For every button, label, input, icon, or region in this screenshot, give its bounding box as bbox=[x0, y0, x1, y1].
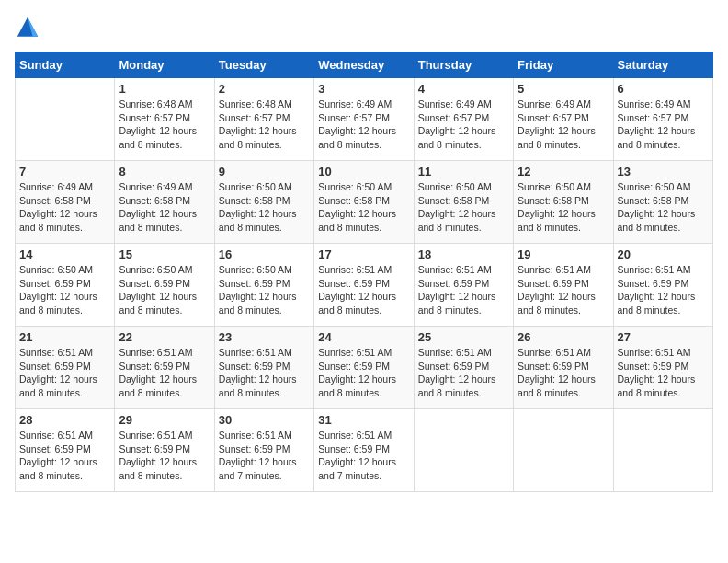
day-detail: Sunrise: 6:51 AM Sunset: 6:59 PM Dayligh… bbox=[318, 429, 409, 483]
day-detail: Sunrise: 6:51 AM Sunset: 6:59 PM Dayligh… bbox=[618, 346, 709, 400]
day-detail: Sunrise: 6:49 AM Sunset: 6:57 PM Dayligh… bbox=[618, 98, 709, 152]
calendar-week-row: 7Sunrise: 6:49 AM Sunset: 6:58 PM Daylig… bbox=[16, 161, 713, 244]
day-number: 13 bbox=[618, 165, 709, 178]
page-header bbox=[15, 15, 713, 40]
day-number: 14 bbox=[19, 247, 110, 261]
day-number: 4 bbox=[418, 82, 509, 96]
calendar-cell: 29Sunrise: 6:51 AM Sunset: 6:59 PM Dayli… bbox=[115, 409, 214, 492]
day-detail: Sunrise: 6:51 AM Sunset: 6:59 PM Dayligh… bbox=[518, 263, 609, 317]
calendar-cell bbox=[16, 78, 115, 161]
day-number: 26 bbox=[518, 330, 609, 344]
column-header-sunday: Sunday bbox=[16, 52, 115, 78]
calendar-cell: 30Sunrise: 6:51 AM Sunset: 6:59 PM Dayli… bbox=[214, 409, 313, 492]
day-number: 27 bbox=[618, 330, 709, 344]
logo-icon bbox=[15, 15, 40, 40]
calendar-cell: 22Sunrise: 6:51 AM Sunset: 6:59 PM Dayli… bbox=[115, 327, 214, 409]
day-number: 11 bbox=[418, 165, 509, 178]
day-number: 16 bbox=[219, 247, 310, 261]
calendar-cell: 9Sunrise: 6:50 AM Sunset: 6:58 PM Daylig… bbox=[214, 161, 313, 244]
day-detail: Sunrise: 6:50 AM Sunset: 6:59 PM Dayligh… bbox=[19, 263, 110, 317]
day-detail: Sunrise: 6:51 AM Sunset: 6:59 PM Dayligh… bbox=[318, 263, 409, 317]
day-detail: Sunrise: 6:51 AM Sunset: 6:59 PM Dayligh… bbox=[119, 429, 210, 483]
day-number: 3 bbox=[318, 82, 409, 96]
column-header-wednesday: Wednesday bbox=[314, 52, 414, 78]
day-number: 8 bbox=[119, 165, 210, 178]
day-detail: Sunrise: 6:49 AM Sunset: 6:57 PM Dayligh… bbox=[418, 98, 509, 152]
logo bbox=[15, 15, 44, 40]
day-number: 17 bbox=[318, 247, 409, 261]
calendar-cell: 31Sunrise: 6:51 AM Sunset: 6:59 PM Dayli… bbox=[314, 409, 414, 492]
day-number: 12 bbox=[518, 165, 609, 178]
calendar-cell: 24Sunrise: 6:51 AM Sunset: 6:59 PM Dayli… bbox=[314, 327, 414, 409]
calendar-cell: 17Sunrise: 6:51 AM Sunset: 6:59 PM Dayli… bbox=[314, 244, 414, 327]
day-number: 31 bbox=[318, 413, 409, 427]
day-number: 6 bbox=[618, 82, 709, 96]
calendar-cell: 21Sunrise: 6:51 AM Sunset: 6:59 PM Dayli… bbox=[16, 327, 115, 409]
day-detail: Sunrise: 6:49 AM Sunset: 6:58 PM Dayligh… bbox=[119, 180, 210, 235]
column-header-friday: Friday bbox=[514, 52, 613, 78]
day-number: 22 bbox=[119, 330, 210, 344]
calendar-cell: 11Sunrise: 6:50 AM Sunset: 6:58 PM Dayli… bbox=[414, 161, 513, 244]
day-detail: Sunrise: 6:50 AM Sunset: 6:58 PM Dayligh… bbox=[518, 180, 609, 235]
day-number: 7 bbox=[19, 165, 110, 178]
day-number: 25 bbox=[418, 330, 509, 344]
calendar-week-row: 14Sunrise: 6:50 AM Sunset: 6:59 PM Dayli… bbox=[16, 244, 713, 327]
calendar-cell: 13Sunrise: 6:50 AM Sunset: 6:58 PM Dayli… bbox=[613, 161, 712, 244]
day-number: 23 bbox=[219, 330, 310, 344]
column-header-monday: Monday bbox=[115, 52, 214, 78]
day-detail: Sunrise: 6:51 AM Sunset: 6:59 PM Dayligh… bbox=[119, 346, 210, 400]
day-number: 21 bbox=[19, 330, 110, 344]
calendar-week-row: 28Sunrise: 6:51 AM Sunset: 6:59 PM Dayli… bbox=[16, 409, 713, 492]
day-detail: Sunrise: 6:50 AM Sunset: 6:58 PM Dayligh… bbox=[219, 180, 310, 235]
calendar-cell: 8Sunrise: 6:49 AM Sunset: 6:58 PM Daylig… bbox=[115, 161, 214, 244]
day-detail: Sunrise: 6:48 AM Sunset: 6:57 PM Dayligh… bbox=[219, 98, 310, 152]
calendar-cell: 20Sunrise: 6:51 AM Sunset: 6:59 PM Dayli… bbox=[613, 244, 712, 327]
day-number: 29 bbox=[119, 413, 210, 427]
day-detail: Sunrise: 6:51 AM Sunset: 6:59 PM Dayligh… bbox=[518, 346, 609, 400]
day-detail: Sunrise: 6:49 AM Sunset: 6:58 PM Dayligh… bbox=[19, 180, 110, 235]
calendar-cell: 14Sunrise: 6:50 AM Sunset: 6:59 PM Dayli… bbox=[16, 244, 115, 327]
day-number: 10 bbox=[318, 165, 409, 178]
day-detail: Sunrise: 6:49 AM Sunset: 6:57 PM Dayligh… bbox=[318, 98, 409, 152]
calendar-header-row: SundayMondayTuesdayWednesdayThursdayFrid… bbox=[16, 52, 713, 78]
day-detail: Sunrise: 6:50 AM Sunset: 6:59 PM Dayligh… bbox=[219, 263, 310, 317]
day-detail: Sunrise: 6:50 AM Sunset: 6:58 PM Dayligh… bbox=[318, 180, 409, 235]
calendar-cell: 28Sunrise: 6:51 AM Sunset: 6:59 PM Dayli… bbox=[16, 409, 115, 492]
calendar-cell: 23Sunrise: 6:51 AM Sunset: 6:59 PM Dayli… bbox=[214, 327, 313, 409]
day-detail: Sunrise: 6:50 AM Sunset: 6:58 PM Dayligh… bbox=[418, 180, 509, 235]
day-number: 20 bbox=[618, 247, 709, 261]
calendar-cell: 3Sunrise: 6:49 AM Sunset: 6:57 PM Daylig… bbox=[314, 78, 414, 161]
calendar-cell: 27Sunrise: 6:51 AM Sunset: 6:59 PM Dayli… bbox=[613, 327, 712, 409]
day-detail: Sunrise: 6:51 AM Sunset: 6:59 PM Dayligh… bbox=[219, 429, 310, 483]
calendar-table: SundayMondayTuesdayWednesdayThursdayFrid… bbox=[15, 52, 713, 492]
calendar-cell: 16Sunrise: 6:50 AM Sunset: 6:59 PM Dayli… bbox=[214, 244, 313, 327]
calendar-cell: 19Sunrise: 6:51 AM Sunset: 6:59 PM Dayli… bbox=[514, 244, 613, 327]
column-header-thursday: Thursday bbox=[414, 52, 513, 78]
column-header-tuesday: Tuesday bbox=[214, 52, 313, 78]
calendar-cell: 7Sunrise: 6:49 AM Sunset: 6:58 PM Daylig… bbox=[16, 161, 115, 244]
calendar-cell: 1Sunrise: 6:48 AM Sunset: 6:57 PM Daylig… bbox=[115, 78, 214, 161]
day-detail: Sunrise: 6:51 AM Sunset: 6:59 PM Dayligh… bbox=[19, 346, 110, 400]
calendar-cell: 2Sunrise: 6:48 AM Sunset: 6:57 PM Daylig… bbox=[214, 78, 313, 161]
calendar-cell: 10Sunrise: 6:50 AM Sunset: 6:58 PM Dayli… bbox=[314, 161, 414, 244]
day-detail: Sunrise: 6:50 AM Sunset: 6:59 PM Dayligh… bbox=[119, 263, 210, 317]
calendar-cell bbox=[414, 409, 513, 492]
day-number: 15 bbox=[119, 247, 210, 261]
calendar-week-row: 21Sunrise: 6:51 AM Sunset: 6:59 PM Dayli… bbox=[16, 327, 713, 409]
calendar-cell: 5Sunrise: 6:49 AM Sunset: 6:57 PM Daylig… bbox=[514, 78, 613, 161]
calendar-cell: 6Sunrise: 6:49 AM Sunset: 6:57 PM Daylig… bbox=[613, 78, 712, 161]
day-number: 30 bbox=[219, 413, 310, 427]
day-number: 28 bbox=[19, 413, 110, 427]
day-number: 1 bbox=[119, 82, 210, 96]
column-header-saturday: Saturday bbox=[613, 52, 712, 78]
calendar-cell: 15Sunrise: 6:50 AM Sunset: 6:59 PM Dayli… bbox=[115, 244, 214, 327]
day-detail: Sunrise: 6:49 AM Sunset: 6:57 PM Dayligh… bbox=[518, 98, 609, 152]
day-detail: Sunrise: 6:48 AM Sunset: 6:57 PM Dayligh… bbox=[119, 98, 210, 152]
day-number: 2 bbox=[219, 82, 310, 96]
calendar-cell bbox=[613, 409, 712, 492]
day-number: 19 bbox=[518, 247, 609, 261]
day-number: 24 bbox=[318, 330, 409, 344]
calendar-cell: 18Sunrise: 6:51 AM Sunset: 6:59 PM Dayli… bbox=[414, 244, 513, 327]
day-number: 18 bbox=[418, 247, 509, 261]
day-detail: Sunrise: 6:51 AM Sunset: 6:59 PM Dayligh… bbox=[318, 346, 409, 400]
